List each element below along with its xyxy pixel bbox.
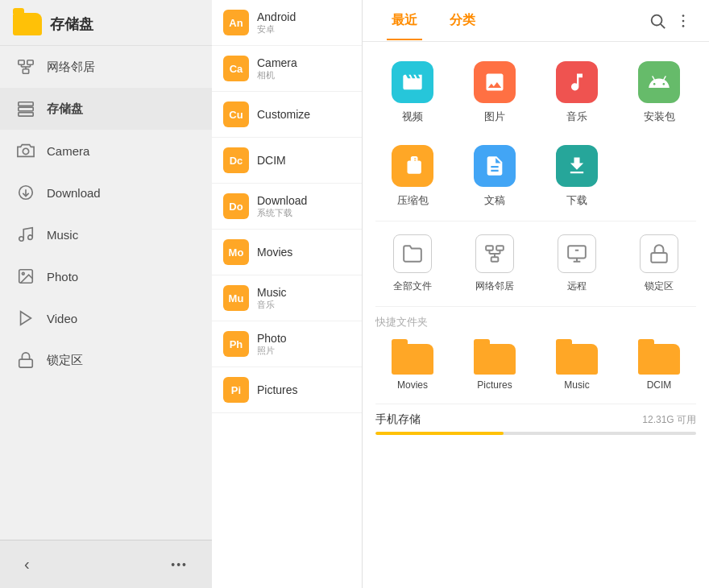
folder-sub-android: 安卓: [257, 23, 296, 35]
folder-sub-photo: 照片: [257, 345, 287, 357]
category-icon-zip: [392, 145, 433, 187]
quick-label-pictures: Pictures: [477, 379, 512, 391]
category-item-video[interactable]: 视频: [375, 55, 450, 130]
quick-label-dcim: DCIM: [647, 379, 672, 391]
category-icon-video: [392, 61, 433, 103]
tab-recent[interactable]: 最近: [375, 1, 433, 40]
left-panel: 存储盘 网络邻居存储盘CameraDownloadMusicPhotoVideo…: [0, 0, 212, 588]
middle-item-android[interactable]: AnAndroid安卓: [212, 0, 362, 46]
nav-item-photo[interactable]: Photo: [0, 255, 212, 297]
svg-rect-23: [486, 246, 493, 250]
middle-item-customize[interactable]: CuCustomize: [212, 92, 362, 138]
nav-item-download[interactable]: Download: [0, 172, 212, 213]
category-label-doc: 文稿: [484, 193, 505, 208]
access-icon-remote: [558, 234, 596, 273]
middle-item-movies[interactable]: MoMovies: [212, 230, 362, 275]
quick-label-music: Music: [564, 379, 589, 391]
left-title: 存储盘: [50, 14, 93, 34]
middle-item-camera[interactable]: CaCamera相机: [212, 46, 362, 92]
more-button[interactable]: •••: [163, 555, 196, 574]
category-label-image: 图片: [484, 110, 505, 124]
folder-badge-download: Do: [223, 193, 249, 219]
nav-item-music[interactable]: Music: [0, 213, 212, 255]
folder-name-camera: Camera: [257, 56, 297, 69]
svg-line-19: [661, 24, 665, 28]
svg-rect-1: [27, 60, 33, 65]
right-panel: 最近 分类 视频图片音乐安装包压缩包文稿下载 全部文件网络邻居远程锁定区: [363, 0, 709, 588]
nav-item-locked[interactable]: 锁定区: [0, 339, 212, 381]
folder-name-dcim: DCIM: [257, 154, 286, 167]
middle-item-pictures[interactable]: PiPictures: [212, 367, 362, 413]
category-item-apk[interactable]: 安装包: [622, 55, 696, 130]
access-item-all[interactable]: 全部文件: [375, 228, 450, 300]
access-label-network: 网络邻居: [475, 280, 514, 293]
nav-label-music: Music: [47, 228, 78, 242]
category-item-zip[interactable]: 压缩包: [375, 139, 450, 214]
middle-item-dcim[interactable]: DcDCIM: [212, 138, 362, 184]
category-item-doc[interactable]: 文稿: [458, 139, 532, 214]
video-icon: [16, 308, 35, 328]
quick-folder-icon-music: [556, 339, 598, 375]
left-bottom-bar: ‹ •••: [0, 540, 212, 588]
more-options-icon[interactable]: [670, 8, 696, 34]
nav-label-download: Download: [47, 186, 101, 200]
right-header: 最近 分类: [363, 0, 709, 42]
access-item-network[interactable]: 网络邻居: [458, 228, 532, 300]
middle-item-photo[interactable]: PhPhoto照片: [212, 321, 362, 367]
nav-label-locked: 锁定区: [47, 353, 83, 368]
svg-point-20: [682, 14, 685, 17]
folder-sub-music: 音乐: [257, 299, 287, 311]
quick-folder-music[interactable]: Music: [540, 339, 614, 391]
svg-rect-31: [651, 253, 667, 263]
access-item-remote[interactable]: 远程: [540, 228, 614, 300]
nav-item-network[interactable]: 网络邻居: [0, 46, 212, 88]
quick-folder-dcim[interactable]: DCIM: [622, 339, 696, 391]
storage-bar-background: [375, 432, 696, 435]
access-label-all: 全部文件: [393, 280, 432, 293]
category-section: 视频图片音乐安装包压缩包文稿下载: [375, 55, 696, 214]
category-label-apk: 安装包: [644, 110, 675, 124]
tab-category[interactable]: 分类: [433, 1, 491, 40]
search-icon[interactable]: [645, 8, 670, 34]
access-item-locked[interactable]: 锁定区: [622, 228, 696, 300]
category-icon-music: [556, 61, 598, 103]
locked-icon: [16, 350, 35, 370]
folder-name-pictures: Pictures: [257, 383, 298, 396]
svg-rect-8: [19, 107, 33, 111]
folder-sub-download: 系统下载: [257, 207, 307, 219]
nav-label-camera: Camera: [47, 144, 89, 158]
nav-item-camera[interactable]: Camera: [0, 130, 212, 172]
svg-point-21: [682, 19, 685, 22]
svg-point-12: [19, 237, 24, 242]
svg-rect-9: [19, 113, 33, 117]
quick-folder-icon-movies: [392, 339, 433, 375]
category-grid: 视频图片音乐安装包压缩包文稿下载: [375, 55, 696, 214]
folder-name-movies: Movies: [257, 246, 292, 259]
access-icon-locked: [640, 234, 678, 273]
right-content: 视频图片音乐安装包压缩包文稿下载 全部文件网络邻居远程锁定区 快捷文件夹 Mov…: [363, 42, 709, 588]
svg-point-18: [652, 14, 662, 25]
category-item-music[interactable]: 音乐: [540, 55, 614, 130]
storage-section: 手机存储 12.31G 可用: [375, 404, 696, 438]
back-button[interactable]: ‹: [16, 552, 38, 577]
category-item-downloads[interactable]: 下载: [540, 139, 614, 214]
middle-item-music[interactable]: MuMusic音乐: [212, 275, 362, 321]
nav-item-video[interactable]: Video: [0, 297, 212, 339]
category-icon-apk: [638, 61, 680, 103]
left-nav: 网络邻居存储盘CameraDownloadMusicPhotoVideo锁定区: [0, 46, 212, 540]
folder-badge-dcim: Dc: [223, 147, 249, 173]
quick-folder-pictures[interactable]: Pictures: [458, 339, 532, 391]
svg-point-15: [22, 272, 24, 275]
svg-point-10: [23, 148, 28, 154]
nav-label-storage: 存储盘: [47, 101, 83, 117]
svg-rect-2: [23, 69, 28, 74]
nav-item-storage[interactable]: 存储盘: [0, 88, 212, 130]
category-label-zip: 压缩包: [397, 193, 429, 208]
folder-badge-pictures: Pi: [223, 377, 249, 403]
storage-info: 12.31G 可用: [642, 413, 696, 427]
svg-rect-24: [496, 246, 504, 250]
quick-folder-movies[interactable]: Movies: [375, 339, 450, 391]
category-item-image[interactable]: 图片: [458, 55, 532, 130]
svg-rect-0: [19, 60, 24, 65]
middle-item-download[interactable]: DoDownload系统下载: [212, 184, 362, 230]
